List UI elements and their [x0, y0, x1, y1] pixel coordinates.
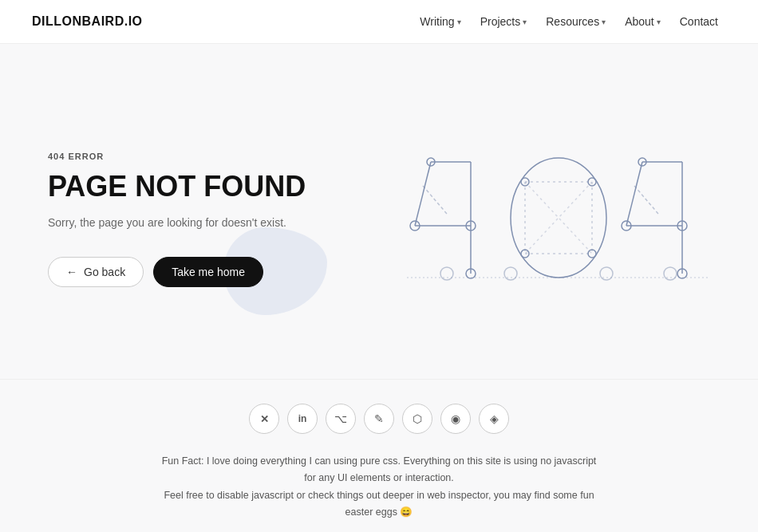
action-buttons: ← Go back Take me home	[48, 257, 306, 287]
social-linkedin[interactable]: in	[287, 404, 318, 434]
reddit-icon: ◉	[451, 412, 460, 425]
fun-fact-line2: Feel free to disable javascript or check…	[164, 490, 594, 518]
chevron-down-icon: ▾	[457, 18, 461, 26]
left-panel: 404 ERROR PAGE NOT FOUND Sorry, the page…	[48, 152, 306, 288]
rss-icon: ◈	[490, 412, 499, 425]
codepen-icon: ✎	[374, 412, 384, 425]
instagram-icon: ⬡	[413, 412, 422, 425]
site-footer: ✕ in ⌥ ✎ ⬡ ◉ ◈ Fun Fact: I love doing ev…	[0, 379, 758, 532]
social-rss[interactable]: ◈	[479, 404, 509, 434]
nav-item-writing[interactable]: Writing ▾	[412, 10, 468, 33]
main-nav: Writing ▾ Projects ▾ Resources ▾ About ▾…	[412, 10, 726, 33]
take-home-button[interactable]: Take me home	[153, 257, 263, 287]
nav-label-writing: Writing	[420, 15, 454, 28]
main-content: 404 ERROR PAGE NOT FOUND Sorry, the page…	[0, 44, 758, 379]
take-home-label: Take me home	[172, 266, 245, 278]
arrow-left-icon: ←	[66, 266, 77, 278]
nav-item-about[interactable]: About ▾	[617, 10, 669, 33]
svg-line-21	[626, 162, 642, 226]
fun-fact-text: Fun Fact: I love doing everything I can …	[156, 453, 602, 521]
go-back-label: Go back	[84, 266, 125, 278]
nav-label-contact: Contact	[680, 15, 718, 28]
fun-fact-line1: Fun Fact: I love doing everything I can …	[162, 455, 597, 483]
go-back-button[interactable]: ← Go back	[48, 257, 144, 287]
svg-line-30	[634, 186, 658, 214]
chevron-down-icon: ▾	[657, 18, 661, 26]
nav-item-contact[interactable]: Contact	[672, 10, 726, 33]
error-code-label: 404 ERROR	[48, 152, 306, 161]
social-codepen[interactable]: ✎	[364, 404, 394, 434]
svg-line-19	[525, 182, 592, 254]
error-description: Sorry, the page you are looking for does…	[48, 215, 306, 231]
nav-label-projects: Projects	[480, 15, 521, 28]
nav-item-resources[interactable]: Resources ▾	[538, 10, 614, 33]
nav-label-resources: Resources	[546, 15, 599, 28]
social-twitter[interactable]: ✕	[249, 404, 279, 434]
404-illustration	[407, 138, 710, 301]
twitter-icon: ✕	[260, 413, 269, 425]
social-instagram[interactable]: ⬡	[402, 404, 432, 434]
nav-item-projects[interactable]: Projects ▾	[472, 10, 535, 33]
social-reddit[interactable]: ◉	[440, 404, 471, 434]
site-logo[interactable]: DILLONBAIRD.IO	[32, 14, 143, 29]
nav-label-about: About	[625, 15, 654, 28]
svg-line-20	[525, 182, 592, 254]
svg-line-9	[423, 186, 447, 214]
linkedin-icon: in	[298, 413, 307, 424]
site-header: DILLONBAIRD.IO Writing ▾ Projects ▾ Reso…	[0, 0, 758, 44]
svg-line-0	[415, 162, 431, 226]
chevron-down-icon: ▾	[523, 18, 527, 26]
social-github[interactable]: ⌥	[326, 404, 356, 434]
github-icon: ⌥	[334, 412, 347, 425]
chevron-down-icon: ▾	[602, 18, 606, 26]
social-icons-row: ✕ in ⌥ ✎ ⬡ ◉ ◈	[16, 404, 742, 434]
page-title: PAGE NOT FOUND	[48, 171, 306, 203]
